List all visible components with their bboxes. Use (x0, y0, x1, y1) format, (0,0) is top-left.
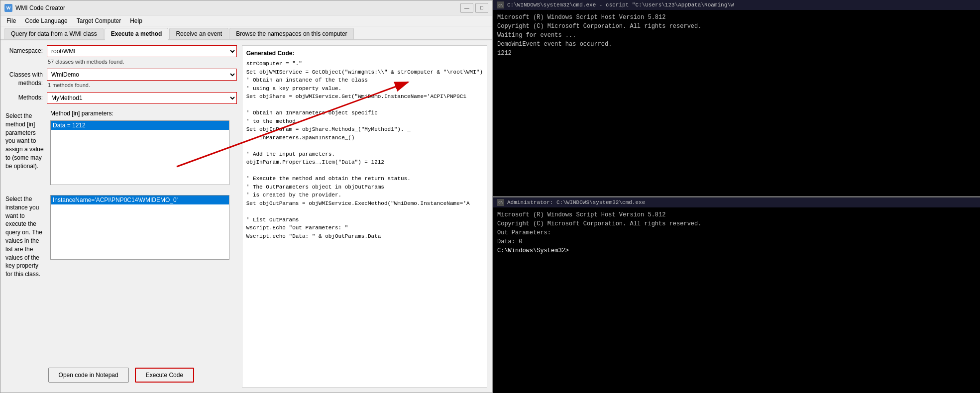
cmd-line-1-1: Microsoft (R) Windows Script Host Versio… (497, 13, 976, 22)
classes-select[interactable]: WmiDemo (47, 69, 237, 81)
cmd-line-1-4: Waiting for events ... (497, 31, 976, 40)
params-item-data[interactable]: Data = 1212 (51, 121, 229, 130)
classes-hint: 1 methods found. (48, 82, 237, 88)
methods-right: MyMethod1 (47, 92, 237, 104)
cmd-window-2: C\ Administrator: C:\WINDOWS\system32\cm… (493, 197, 980, 393)
instance-list[interactable]: InstanceName='ACPI\PNP0C14\WMIDEMO_0' (50, 195, 229, 260)
params-title: Method [in] parameters: (50, 110, 237, 117)
cmd-line-1-6: 1212 (497, 49, 976, 58)
tab-browse[interactable]: Browse the namespaces on this computer (229, 28, 353, 39)
cmd-window-1: C\ C:\WINDOWS\system32\cmd.exe - cscript… (493, 0, 980, 197)
namespace-row: Namespace: root\WMI 57 classes with meth… (5, 45, 237, 65)
cmd-line-2-1: Microsoft (R) Windows Script Host Versio… (497, 210, 976, 219)
cmd-title-bar-1: C\ C:\WINDOWS\system32\cmd.exe - cscript… (493, 0, 980, 10)
minimize-button[interactable]: — (460, 3, 473, 13)
code-section: Generated Code: strComputer = "." Set ob… (242, 45, 487, 388)
methods-row: Methods: MyMethod1 (5, 92, 237, 104)
app-icon: W (4, 4, 12, 12)
params-left-label: Select the method [in] parameters you wa… (5, 110, 45, 185)
cmd-title-text-2: Administrator: C:\WINDOWS\system32\cmd.e… (507, 199, 645, 205)
classes-right: WmiDemo 1 methods found. (47, 69, 237, 88)
namespace-select[interactable]: root\WMI (47, 45, 237, 57)
params-section: Select the method [in] parameters you wa… (5, 110, 237, 185)
menu-bar: File Code Language Target Computer Help (0, 15, 492, 26)
cmd-line-1-2: Copyright (C) Microsoft Corporation. All… (497, 22, 976, 31)
tab-event[interactable]: Receive an event (169, 28, 228, 39)
classes-label: Classes withmethods: (5, 69, 43, 88)
cmd-line-1-5: DemoWmiEvent event has occurred. (497, 40, 976, 49)
menu-help[interactable]: Help (126, 16, 146, 25)
tab-bar: Query for data from a WMI class Execute … (0, 26, 492, 40)
form-section: Namespace: root\WMI 57 classes with meth… (5, 45, 237, 388)
open-notepad-button[interactable]: Open code in Notepad (48, 368, 129, 383)
cmd-panel: C\ C:\WINDOWS\system32\cmd.exe - cscript… (493, 0, 980, 393)
namespace-hint: 57 classes with methods found. (48, 59, 237, 65)
tab-execute[interactable]: Execute a method (105, 28, 169, 40)
cmd-icon-1: C\ (497, 1, 504, 8)
menu-target-computer[interactable]: Target Computer (73, 16, 125, 25)
generated-code-content: strComputer = "." Set objWMIService = Ge… (246, 60, 483, 383)
instance-left-label: Select the instance you want to execute … (5, 195, 45, 279)
params-list[interactable]: Data = 1212 (50, 120, 229, 185)
app-title: WMI Code Creator (15, 4, 65, 11)
wmi-panel: W WMI Code Creator — □ File Code Languag… (0, 0, 493, 393)
menu-code-language[interactable]: Code Language (21, 16, 71, 25)
window-controls: — □ (460, 3, 488, 13)
cmd-title-bar-2: C\ Administrator: C:\WINDOWS\system32\cm… (493, 197, 980, 207)
params-right: Method [in] parameters: Data = 1212 (50, 110, 237, 185)
cmd-title-text-1: C:\WINDOWS\system32\cmd.exe - cscript "C… (507, 2, 734, 8)
tab-query[interactable]: Query for data from a WMI class (4, 28, 104, 39)
generated-code-title: Generated Code: (246, 50, 483, 57)
bottom-buttons: Open code in Notepad Execute Code (5, 363, 237, 388)
cmd-icon-2: C\ (497, 199, 504, 206)
title-bar: W WMI Code Creator — □ (0, 0, 492, 15)
cmd-line-2-2: Copyright (C) Microsoft Corporation. All… (497, 219, 976, 228)
menu-file[interactable]: File (2, 16, 20, 25)
methods-label: Methods: (5, 92, 43, 101)
instance-right: InstanceName='ACPI\PNP0C14\WMIDEMO_0' (50, 195, 237, 279)
instance-section: Select the instance you want to execute … (5, 195, 237, 279)
maximize-button[interactable]: □ (475, 3, 488, 13)
classes-row: Classes withmethods: WmiDemo 1 methods f… (5, 69, 237, 88)
namespace-right: root\WMI 57 classes with methods found. (47, 45, 237, 65)
cmd-line-2-7: C:\Windows\System32> (497, 246, 976, 255)
methods-select[interactable]: MyMethod1 (47, 92, 237, 104)
namespace-label: Namespace: (5, 45, 43, 54)
execute-code-button[interactable]: Execute Code (135, 368, 194, 383)
main-content: Namespace: root\WMI 57 classes with meth… (0, 40, 492, 393)
instance-item[interactable]: InstanceName='ACPI\PNP0C14\WMIDEMO_0' (51, 196, 229, 204)
cmd-line-2-4: Out Parameters: (497, 228, 976, 237)
cmd-line-2-5: Data: 0 (497, 237, 976, 246)
